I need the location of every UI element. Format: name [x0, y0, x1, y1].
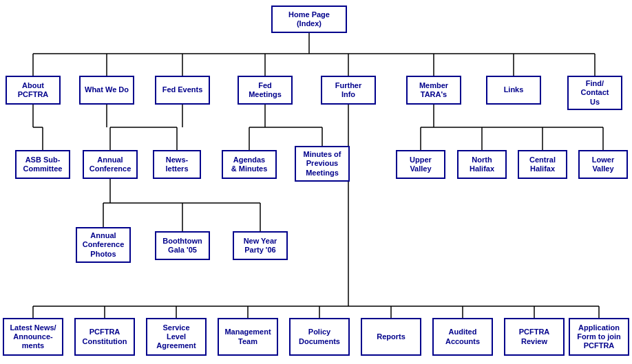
node-northhalifax[interactable]: NorthHalifax	[457, 150, 507, 179]
node-auditedaccounts[interactable]: AuditedAccounts	[432, 318, 493, 356]
node-reports[interactable]: Reports	[361, 318, 421, 356]
node-uppervalley[interactable]: UpperValley	[396, 150, 445, 179]
node-about[interactable]: AboutPCFTRA	[6, 76, 61, 105]
node-boothtown[interactable]: BoothtownGala '05	[155, 231, 210, 260]
node-newyear[interactable]: New YearParty '06	[233, 231, 288, 260]
node-mgmtteam[interactable]: ManagementTeam	[218, 318, 278, 356]
node-membertara[interactable]: MemberTARA's	[406, 76, 461, 105]
node-pcftrareview[interactable]: PCFTRAReview	[504, 318, 565, 356]
node-fedevents[interactable]: Fed Events	[155, 76, 210, 105]
node-policy[interactable]: PolicyDocuments	[289, 318, 350, 356]
node-appform[interactable]: ApplicationForm to joinPCFTRA	[569, 318, 629, 356]
node-furtherinfo[interactable]: FurtherInfo	[321, 76, 376, 105]
node-minutes[interactable]: Minutes ofPreviousMeetings	[295, 146, 350, 182]
node-annualconfphotos[interactable]: AnnualConferencePhotos	[76, 227, 131, 263]
node-sla[interactable]: ServiceLevelAgreement	[146, 318, 207, 356]
node-centralhalifax[interactable]: CentralHalifax	[518, 150, 567, 179]
node-home[interactable]: Home Page(Index)	[271, 6, 347, 33]
node-links[interactable]: Links	[486, 76, 541, 105]
node-constitution[interactable]: PCFTRAConstitution	[74, 318, 135, 356]
node-asb[interactable]: ASB Sub-Committee	[15, 150, 70, 179]
node-agendas[interactable]: Agendas& Minutes	[222, 150, 277, 179]
node-newsletters[interactable]: News-letters	[153, 150, 201, 179]
node-lowervalley[interactable]: LowerValley	[578, 150, 628, 179]
site-map: Home Page(Index)AboutPCFTRAWhat We DoFed…	[0, 0, 632, 364]
node-findcontact[interactable]: Find/ContactUs	[567, 76, 622, 110]
node-latestnews[interactable]: Latest News/Announce-ments	[3, 318, 63, 356]
connector-lines	[0, 0, 632, 364]
node-annualconf[interactable]: AnnualConference	[83, 150, 138, 179]
node-whatwedo[interactable]: What We Do	[79, 76, 134, 105]
node-fedmeetings[interactable]: FedMeetings	[238, 76, 293, 105]
